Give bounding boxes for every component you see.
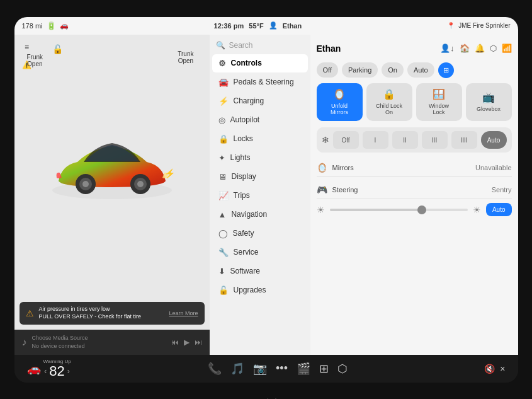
fan-4-button[interactable]: IIII [451, 131, 477, 149]
search-row[interactable]: 🔍 Search [210, 37, 310, 54]
menu-label-controls: Controls [231, 59, 262, 67]
controls-content-panel: Ethan 👤↓ 🏠 🔔 ⬡ 📶 Off Parking On Auto [310, 35, 518, 355]
parking-button[interactable]: Parking [342, 62, 378, 78]
more-apps-icon[interactable]: ••• [276, 362, 288, 375]
next-track-icon[interactable]: ⏭ [195, 338, 202, 347]
navigation-icon: ▲ [218, 210, 227, 219]
window-lock-button[interactable]: 🪟 WindowLock [416, 83, 462, 122]
menu-label-pedals: Pedals & Steering [234, 78, 294, 86]
bluetooth-taskbar-icon[interactable]: ⬡ [337, 362, 348, 376]
right-panel: 🔍 Search ⚙ Controls 🚘 Pedals & Steering … [210, 35, 518, 355]
temp-up-arrow[interactable]: › [67, 367, 70, 376]
menu-item-pedals[interactable]: 🚘 Pedals & Steering [212, 73, 308, 91]
brightness-high-icon: ☀ [473, 205, 481, 215]
auto-climate-button[interactable]: Auto [407, 62, 434, 78]
alert-learn-more[interactable]: Learn More [169, 310, 198, 316]
mirrors-unfold-icon: 🪞 [333, 88, 346, 100]
media-info: Choose Media Source No device connected [32, 334, 166, 350]
car-visual: Frunk Open 🔓 Trunk Open ⚡ [14, 35, 210, 303]
play-pause-icon[interactable]: ▶ [184, 338, 190, 347]
svg-point-3 [82, 181, 89, 187]
mirrors-row: 🪞 Mirrors Unavailable [317, 159, 512, 177]
fan-speed-row: ❄ Off I II III IIII Auto [317, 127, 512, 153]
unfold-mirrors-label: UnfoldMirrors [331, 103, 348, 117]
drive-mode-row: Off Parking On Auto ⊞ [317, 62, 512, 78]
menu-item-navigation[interactable]: ▲ Navigation [212, 205, 308, 224]
media-app-icon[interactable]: 🎬 [297, 362, 310, 376]
svg-point-6 [137, 181, 144, 187]
car-illustration [43, 127, 181, 209]
wifi-icon: 📶 [502, 43, 512, 53]
taskbar: 🚗 Warming Up ‹ 82 › 📞 🎵 📷 ••• 🎬 ⊞ ⬡ 🔇 × [14, 355, 518, 383]
charging-menu-icon: ⚡ [218, 96, 229, 106]
audio-icon[interactable]: 🎵 [230, 362, 244, 376]
menu-item-software[interactable]: ⬇ Software [212, 262, 308, 280]
menu-item-lights[interactable]: ✦ Lights [212, 149, 308, 167]
off-button[interactable]: Off [317, 62, 338, 78]
mute-icon[interactable]: 🔇 [484, 364, 495, 374]
home-icon: 🏠 [460, 43, 470, 53]
menu-label-service: Service [234, 248, 259, 257]
child-lock-button[interactable]: 🔒 Child LockOn [366, 83, 412, 122]
controls-icon: ⚙ [218, 59, 226, 68]
temperature: 55°F [249, 22, 263, 30]
menu-label-software: Software [230, 267, 260, 275]
menu-label-trips: Trips [234, 191, 250, 200]
window-lock-icon: 🪟 [433, 88, 445, 100]
menu-item-safety[interactable]: ◯ Safety [212, 224, 308, 243]
prev-track-icon[interactable]: ⏮ [171, 338, 179, 347]
search-placeholder: Search [229, 41, 253, 50]
menu-item-upgrades[interactable]: 🔓 Upgrades [212, 281, 308, 299]
fan-3-button[interactable]: III [422, 131, 448, 149]
menu-item-trips[interactable]: 📈 Trips [212, 187, 308, 205]
menu-item-controls[interactable]: ⚙ Controls [212, 54, 308, 72]
menu-item-locks[interactable]: 🔒 Locks [212, 130, 308, 148]
glovebox-label: Glovebox [477, 106, 501, 113]
mirrors-row-icon: 🪞 [317, 163, 327, 173]
brightness-slider[interactable] [330, 209, 468, 211]
grid-view-button[interactable]: ⊞ [438, 62, 454, 78]
charging-indicator-icon: ⚡ [164, 168, 175, 178]
window-lock-label: WindowLock [429, 103, 449, 117]
glovebox-icon: 📺 [482, 91, 495, 103]
menu-panel: 🔍 Search ⚙ Controls 🚘 Pedals & Steering … [210, 35, 310, 355]
fan-2-button[interactable]: II [392, 131, 418, 149]
menu-item-service[interactable]: 🔧 Service [212, 243, 308, 262]
menu-item-charging[interactable]: ⚡ Charging [212, 92, 308, 110]
steering-row-icon: 🎮 [317, 185, 327, 195]
temp-down-arrow[interactable]: ‹ [44, 367, 47, 376]
unfold-mirrors-button[interactable]: 🪞 UnfoldMirrors [317, 83, 363, 122]
current-time: 12:36 pm [214, 22, 244, 30]
menu-item-display[interactable]: 🖥 Display [212, 168, 308, 186]
media-controls: ⏮ ▶ ⏭ [171, 338, 202, 347]
fan-auto-button[interactable]: Auto [481, 131, 507, 149]
autopilot-icon: ◎ [218, 115, 225, 125]
menu-label-lights: Lights [230, 153, 251, 162]
media-bar: ♪ Choose Media Source No device connecte… [14, 330, 210, 355]
menu-label-safety: Safety [233, 229, 254, 238]
trips-icon: 📈 [218, 191, 229, 200]
car-taskbar-icon[interactable]: 🚗 [27, 362, 41, 376]
on-button[interactable]: On [382, 62, 404, 78]
glovebox-button[interactable]: 📺 Glovebox [466, 83, 512, 122]
user-row: Ethan 👤↓ 🏠 🔔 ⬡ 📶 [317, 41, 512, 59]
bluetooth-icon: ⬡ [490, 43, 497, 53]
menu-item-autopilot[interactable]: ◎ Autopilot [212, 111, 308, 129]
camera-icon[interactable]: 📷 [253, 362, 267, 376]
locks-icon: 🔒 [218, 134, 229, 144]
username-display: Ethan [283, 22, 302, 30]
menu-label-autopilot: Autopilot [230, 115, 260, 124]
fan-1-button[interactable]: I [363, 131, 388, 149]
music-note-icon: ♪ [22, 337, 27, 348]
status-center: 12:36 pm 55°F 👤 Ethan [214, 21, 302, 30]
apps-icon[interactable]: ⊞ [319, 362, 329, 376]
fan-off-button[interactable]: Off [333, 131, 359, 149]
phone-icon[interactable]: 📞 [208, 362, 222, 376]
location-text: JME Fire Sprinkler [458, 22, 510, 29]
grid-icon: ⊞ [443, 66, 449, 74]
pedals-icon: 🚘 [218, 78, 229, 87]
auto-brightness-button[interactable]: Auto [486, 203, 512, 216]
fan-icon: ❄ [322, 135, 329, 145]
brightness-row: ☀ ☀ Auto [317, 203, 512, 216]
volume-icon[interactable]: × [500, 364, 505, 374]
